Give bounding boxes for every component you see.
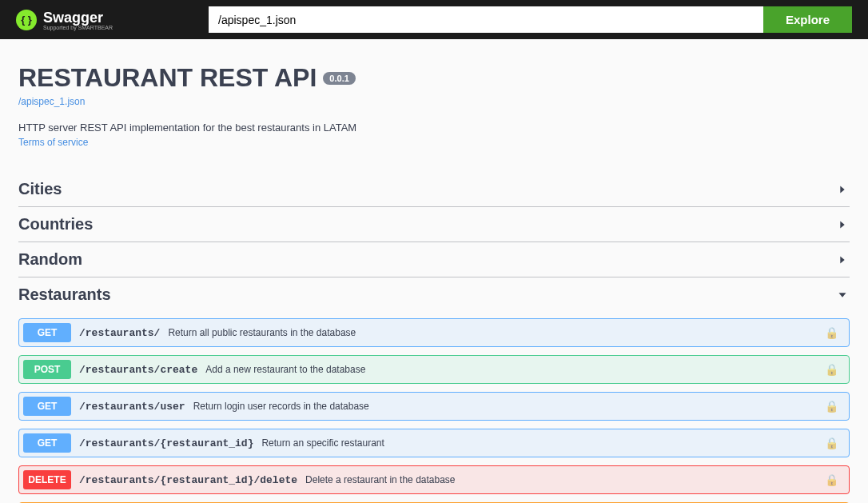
terms-of-service-link[interactable]: Terms of service (18, 137, 850, 148)
tags-container: CitiesCountriesRandomRestaurants GET /re… (18, 172, 850, 503)
lock-icon[interactable]: 🔒 (825, 473, 838, 486)
operation-summary: Return login user records in the databas… (193, 401, 825, 412)
lock-icon[interactable]: 🔒 (825, 437, 838, 449)
chevron-right-icon (835, 218, 850, 232)
operation-row[interactable]: DELETE /restaurants/{restaurant_id}/dele… (18, 465, 850, 494)
logo-text: Swagger (43, 10, 113, 26)
tag-name: Restaurants (18, 285, 111, 304)
operation-path: /restaurants/ (79, 327, 160, 339)
operation-path: /restaurants/create (79, 364, 197, 376)
lock-icon[interactable]: 🔒 (825, 326, 838, 339)
operation-summary: Return all public restaurants in the dat… (168, 327, 825, 338)
operation-summary: Delete a restaurant in the database (305, 474, 825, 485)
tag-header[interactable]: Cities (18, 172, 850, 206)
tag-header[interactable]: Countries (18, 207, 850, 242)
logo-subtitle: Supported by SMARTBEAR (43, 25, 113, 30)
method-badge-get: GET (23, 433, 71, 453)
tag-header[interactable]: Random (18, 242, 850, 277)
api-title: RESTAURANT REST API 0.0.1 (18, 63, 850, 93)
api-description: HTTP server REST API implementation for … (18, 122, 850, 134)
spec-link[interactable]: /apispec_1.json (18, 96, 850, 107)
method-badge-post: POST (23, 360, 71, 379)
spec-url-input[interactable] (209, 6, 763, 33)
lock-icon[interactable]: 🔒 (825, 400, 838, 413)
operation-path: /restaurants/{restaurant_id} (79, 437, 253, 449)
operation-row[interactable]: GET /restaurants/{restaurant_id} Return … (18, 429, 850, 457)
operation-path: /restaurants/user (79, 401, 185, 413)
chevron-right-icon (835, 253, 850, 267)
operation-summary: Return an specific restaurant (261, 437, 825, 449)
spec-form: Explore (209, 6, 852, 33)
tag-name: Cities (18, 180, 62, 198)
tag-name: Random (18, 250, 82, 269)
chevron-right-icon (835, 182, 850, 197)
topbar: { } Swagger Supported by SMARTBEAR Explo… (0, 0, 868, 39)
version-badge: 0.0.1 (323, 72, 355, 85)
tag-section-countries: Countries (18, 207, 850, 242)
tag-section-random: Random (18, 242, 850, 277)
lock-icon[interactable]: 🔒 (825, 363, 838, 376)
operation-row[interactable]: GET /restaurants/user Return login user … (18, 392, 850, 421)
tag-section-cities: Cities (18, 172, 850, 207)
operation-summary: Add a new restaurant to the database (205, 364, 825, 375)
api-info: RESTAURANT REST API 0.0.1 /apispec_1.jso… (18, 63, 850, 148)
operation-row[interactable]: GET /restaurants/ Return all public rest… (18, 318, 850, 347)
operation-row[interactable]: POST /restaurants/create Add a new resta… (18, 355, 850, 384)
api-title-text: RESTAURANT REST API (18, 63, 317, 93)
swagger-icon: { } (16, 10, 37, 30)
logo[interactable]: { } Swagger Supported by SMARTBEAR (16, 10, 113, 30)
chevron-down-icon (835, 288, 850, 302)
tag-name: Countries (18, 215, 93, 234)
method-badge-delete: DELETE (23, 470, 71, 489)
tag-section-restaurants: Restaurants GET /restaurants/ Return all… (18, 277, 850, 503)
explore-button[interactable]: Explore (763, 6, 852, 33)
operations-list: GET /restaurants/ Return all public rest… (18, 312, 850, 503)
method-badge-get: GET (23, 323, 71, 342)
operation-path: /restaurants/{restaurant_id}/delete (79, 474, 297, 486)
method-badge-get: GET (23, 397, 71, 416)
tag-header[interactable]: Restaurants (18, 277, 850, 312)
